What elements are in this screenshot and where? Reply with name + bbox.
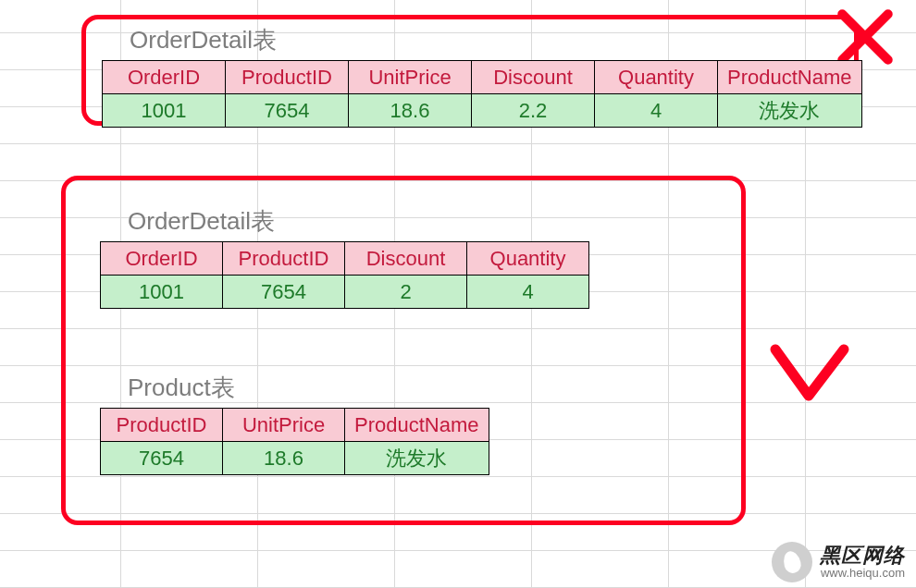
- cell: 2: [345, 276, 467, 309]
- col-header: Discount: [472, 61, 595, 94]
- cell: 7654: [101, 442, 223, 475]
- cell: 洗发水: [718, 94, 862, 128]
- col-header: UnitPrice: [223, 409, 345, 442]
- col-header: OrderID: [103, 61, 226, 94]
- col-header: Discount: [345, 242, 467, 276]
- cell: 4: [467, 276, 589, 309]
- cell: 7654: [226, 94, 349, 128]
- cell: 1001: [101, 276, 223, 309]
- table-row: 1001 7654 18.6 2.2 4 洗发水: [103, 94, 862, 128]
- check-mark-icon: [768, 342, 851, 416]
- table-orderdetail-wide: OrderDetail表 OrderID ProductID UnitPrice…: [102, 20, 862, 128]
- col-header: ProductID: [223, 242, 345, 276]
- data-table: OrderID ProductID Discount Quantity 1001…: [100, 241, 589, 309]
- table-title: OrderDetail表: [100, 202, 589, 241]
- cell: 7654: [223, 276, 345, 309]
- col-header: UnitPrice: [349, 61, 472, 94]
- col-header: Quantity: [467, 242, 589, 276]
- watermark: 黑区网络 www.heiqu.com: [772, 542, 905, 582]
- col-header: OrderID: [101, 242, 223, 276]
- cell: 1001: [103, 94, 226, 128]
- watermark-main: 黑区网络: [820, 545, 905, 567]
- data-table: ProductID UnitPrice ProductName 7654 18.…: [100, 408, 489, 475]
- table-header-row: OrderID ProductID Discount Quantity: [101, 242, 589, 276]
- table-title: Product表: [100, 368, 489, 408]
- table-orderdetail-narrow: OrderDetail表 OrderID ProductID Discount …: [100, 202, 589, 309]
- table-product: Product表 ProductID UnitPrice ProductName…: [100, 368, 489, 475]
- col-header: ProductName: [345, 409, 489, 442]
- table-header-row: ProductID UnitPrice ProductName: [101, 409, 489, 442]
- table-header-row: OrderID ProductID UnitPrice Discount Qua…: [103, 61, 862, 94]
- cell: 18.6: [349, 94, 472, 128]
- table-row: 7654 18.6 洗发水: [101, 442, 489, 475]
- col-header: ProductID: [101, 409, 223, 442]
- table-title: OrderDetail表: [102, 20, 862, 60]
- cell: 洗发水: [345, 442, 489, 475]
- data-table: OrderID ProductID UnitPrice Discount Qua…: [102, 60, 862, 128]
- cell: 18.6: [223, 442, 345, 475]
- cell: 2.2: [472, 94, 595, 128]
- col-header: Quantity: [595, 61, 718, 94]
- col-header: ProductName: [718, 61, 862, 94]
- watermark-sub: www.heiqu.com: [820, 567, 905, 580]
- watermark-logo-icon: [772, 542, 812, 582]
- col-header: ProductID: [226, 61, 349, 94]
- table-row: 1001 7654 2 4: [101, 276, 589, 309]
- cell: 4: [595, 94, 718, 128]
- watermark-text: 黑区网络 www.heiqu.com: [820, 545, 905, 580]
